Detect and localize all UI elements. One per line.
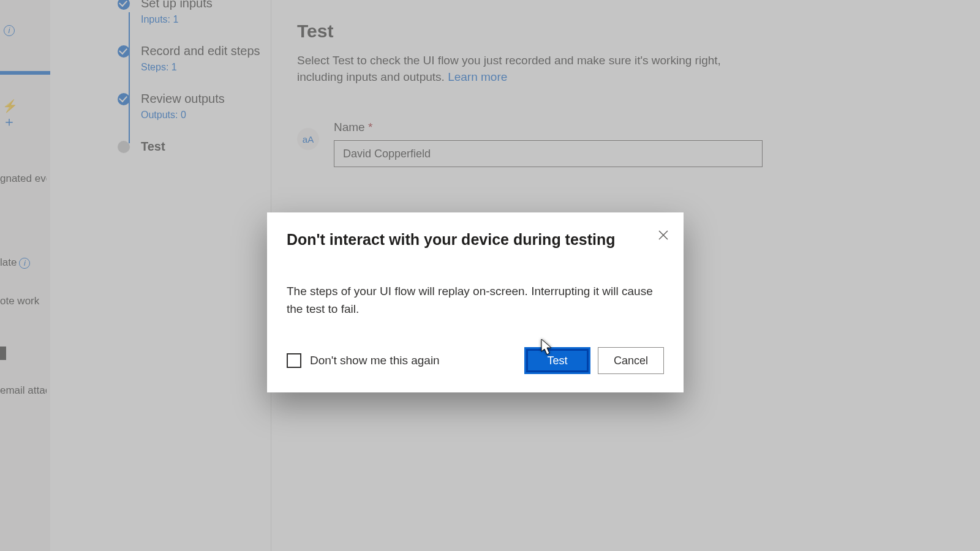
testing-warning-modal: Don't interact with your device during t… bbox=[267, 212, 684, 392]
cancel-button[interactable]: Cancel bbox=[598, 347, 664, 374]
close-button[interactable] bbox=[654, 226, 673, 244]
close-icon bbox=[658, 230, 668, 240]
checkbox-icon bbox=[287, 353, 301, 368]
modal-body: The steps of your UI flow will replay on… bbox=[287, 283, 654, 318]
test-button[interactable]: Test bbox=[524, 347, 590, 374]
dont-show-again-checkbox[interactable]: Don't show me this again bbox=[287, 353, 440, 368]
checkbox-label: Don't show me this again bbox=[310, 354, 440, 367]
modal-title: Don't interact with your device during t… bbox=[287, 231, 664, 249]
